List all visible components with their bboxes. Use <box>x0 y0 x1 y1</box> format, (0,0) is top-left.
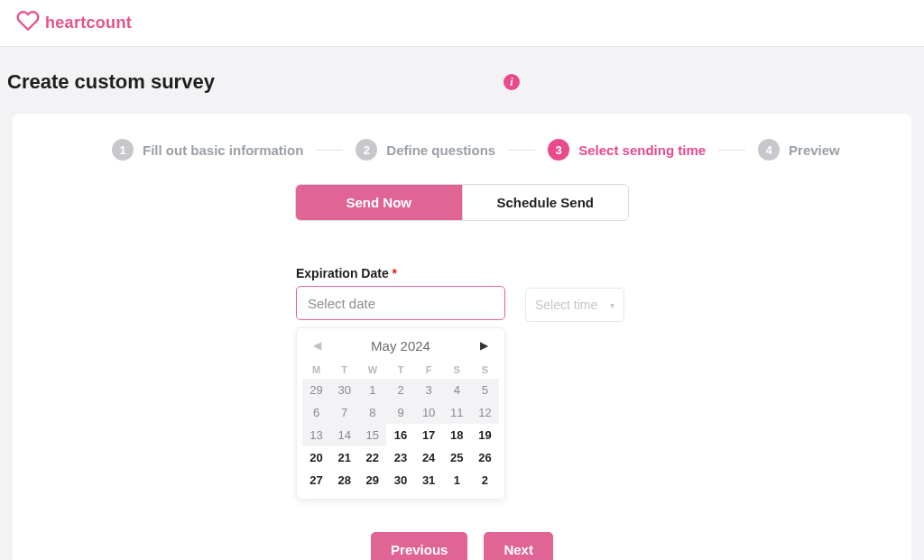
step-num: 1 <box>112 139 134 161</box>
step-define-questions[interactable]: 2 Define questions <box>356 139 495 161</box>
calendar-day: 1 <box>358 379 386 401</box>
calendar-title[interactable]: May 2024 <box>371 338 430 353</box>
calendar-day[interactable]: 17 <box>415 424 443 446</box>
tab-send-now[interactable]: Send Now <box>296 185 462 220</box>
calendar-dow: W <box>358 361 386 379</box>
calendar-day: 8 <box>358 401 386 424</box>
form-area: Expiration Date * Select date ◀ May 2024… <box>296 266 630 500</box>
expiration-date-input[interactable]: Select date <box>296 286 505 320</box>
next-button[interactable]: Next <box>484 532 553 560</box>
expiration-date-field: Expiration Date * Select date ◀ May 2024… <box>296 266 505 500</box>
brand-name: heartcount <box>45 14 132 32</box>
calendar-day[interactable]: 28 <box>330 469 358 491</box>
send-tabs: Send Now Schedule Send <box>295 184 629 221</box>
step-connector <box>508 150 535 151</box>
expiration-date-label: Expiration Date * <box>296 266 505 280</box>
calendar-next-icon[interactable]: ▶ <box>476 337 492 353</box>
calendar-day: 4 <box>443 379 471 401</box>
step-num: 3 <box>548 139 569 161</box>
calendar-day: 3 <box>415 379 443 401</box>
page-title: Create custom survey <box>7 70 215 94</box>
step-connector <box>316 150 343 151</box>
chevron-down-icon: ▾ <box>610 300 614 310</box>
heart-icon <box>16 9 40 37</box>
step-basic-info[interactable]: 1 Fill out basic information <box>112 139 303 161</box>
step-preview[interactable]: 4 Preview <box>758 139 840 161</box>
step-label: Select sending time <box>578 142 706 158</box>
topbar: heartcount <box>0 0 924 47</box>
calendar-day: 12 <box>471 401 499 424</box>
calendar-day[interactable]: 18 <box>443 424 471 446</box>
calendar: ◀ May 2024 ▶ MTWTFSS 2930123456789101112… <box>296 327 505 500</box>
calendar-days-grid: 2930123456789101112131415161718192021222… <box>302 379 499 491</box>
calendar-day: 30 <box>330 379 358 401</box>
calendar-day: 9 <box>386 401 414 424</box>
calendar-day[interactable]: 24 <box>415 446 443 469</box>
step-label: Fill out basic information <box>143 142 303 158</box>
step-num: 2 <box>356 139 377 161</box>
calendar-day: 2 <box>386 379 414 401</box>
step-num: 4 <box>758 139 780 161</box>
calendar-day: 5 <box>471 379 499 401</box>
calendar-day[interactable]: 21 <box>330 446 358 469</box>
footer-buttons: Previous Next <box>112 532 812 560</box>
calendar-day[interactable]: 22 <box>358 446 386 469</box>
card: 1 Fill out basic information 2 Define qu… <box>13 114 911 560</box>
calendar-day[interactable]: 29 <box>358 469 386 491</box>
info-icon[interactable]: i <box>504 74 520 90</box>
calendar-day: 13 <box>302 424 330 446</box>
calendar-day[interactable]: 19 <box>471 424 499 446</box>
time-field: Select time ▾ <box>525 288 624 322</box>
calendar-day[interactable]: 27 <box>302 469 330 491</box>
calendar-day[interactable]: 26 <box>471 446 499 469</box>
calendar-day[interactable]: 31 <box>415 469 443 491</box>
date-placeholder: Select date <box>308 296 375 311</box>
calendar-day[interactable]: 23 <box>386 446 414 469</box>
calendar-prev-icon[interactable]: ◀ <box>310 337 325 353</box>
calendar-day: 6 <box>302 401 330 424</box>
previous-button[interactable]: Previous <box>371 532 467 560</box>
calendar-day: 7 <box>330 401 358 424</box>
calendar-dow: T <box>386 361 414 379</box>
calendar-dow: T <box>330 361 358 379</box>
calendar-day: 10 <box>415 401 443 424</box>
calendar-day[interactable]: 1 <box>443 469 471 491</box>
calendar-dow: S <box>471 361 499 379</box>
stepper: 1 Fill out basic information 2 Define qu… <box>112 139 812 161</box>
step-connector <box>718 150 745 151</box>
step-select-sending-time[interactable]: 3 Select sending time <box>548 139 706 161</box>
tab-schedule-send[interactable]: Schedule Send <box>462 185 629 220</box>
calendar-day[interactable]: 30 <box>386 469 414 491</box>
required-mark: * <box>393 266 397 280</box>
step-label: Define questions <box>386 142 495 158</box>
calendar-dow: S <box>443 361 471 379</box>
calendar-dow-row: MTWTFSS <box>302 361 499 379</box>
calendar-day[interactable]: 2 <box>471 469 499 491</box>
calendar-dow: M <box>302 361 330 379</box>
brand[interactable]: heartcount <box>16 9 132 37</box>
step-label: Preview <box>789 142 840 158</box>
calendar-dow: F <box>415 361 443 379</box>
calendar-day[interactable]: 16 <box>386 424 414 446</box>
time-select[interactable]: Select time ▾ <box>525 288 624 322</box>
time-placeholder: Select time <box>535 298 597 312</box>
calendar-day: 15 <box>358 424 386 446</box>
calendar-day: 11 <box>443 401 471 424</box>
page-band: Create custom survey i 1 Fill out basic … <box>0 47 924 560</box>
calendar-day: 14 <box>330 424 358 446</box>
calendar-day[interactable]: 20 <box>302 446 330 469</box>
calendar-day: 29 <box>302 379 330 401</box>
calendar-day[interactable]: 25 <box>443 446 471 469</box>
label-text: Expiration Date <box>296 266 389 280</box>
